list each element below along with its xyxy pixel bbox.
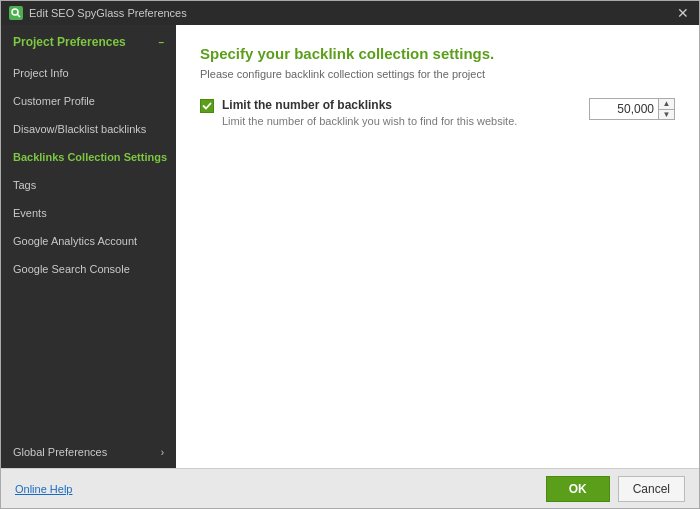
footer-buttons: OK Cancel xyxy=(546,476,685,502)
close-button[interactable]: ✕ xyxy=(675,6,691,20)
spinner-buttons: ▲ ▼ xyxy=(659,98,675,120)
svg-point-0 xyxy=(12,9,18,15)
title-bar-left: Edit SEO SpyGlass Preferences xyxy=(9,6,187,20)
sidebar-item-customer-profile[interactable]: Customer Profile xyxy=(1,87,176,115)
section-subtext: Please configure backlink collection set… xyxy=(200,68,675,80)
spinner-up-button[interactable]: ▲ xyxy=(659,98,675,109)
limit-backlinks-checkbox[interactable] xyxy=(200,99,214,113)
spinner-input-group: ▲ ▼ xyxy=(589,98,675,120)
title-bar: Edit SEO SpyGlass Preferences ✕ xyxy=(1,1,699,25)
sidebar-item-events[interactable]: Events xyxy=(1,199,176,227)
setting-label: Limit the number of backlinks xyxy=(222,98,517,112)
sidebar-item-google-search-console[interactable]: Google Search Console xyxy=(1,255,176,283)
sidebar-item-project-info[interactable]: Project Info xyxy=(1,59,176,87)
app-icon xyxy=(9,6,23,20)
content-area: Project Preferences – Project Info Custo… xyxy=(1,25,699,468)
setting-left: Limit the number of backlinks Limit the … xyxy=(200,98,569,127)
sidebar: Project Preferences – Project Info Custo… xyxy=(1,25,176,468)
main-panel: Specify your backlink collection setting… xyxy=(176,25,699,468)
ok-button[interactable]: OK xyxy=(546,476,610,502)
spinner-down-button[interactable]: ▼ xyxy=(659,109,675,120)
backlinks-limit-input[interactable] xyxy=(589,98,659,120)
footer: Online Help OK Cancel xyxy=(1,468,699,508)
dialog-title: Edit SEO SpyGlass Preferences xyxy=(29,7,187,19)
sidebar-item-global-preferences[interactable]: Global Preferences › xyxy=(1,436,176,468)
checkbox-wrapper xyxy=(200,99,214,113)
sidebar-item-tags[interactable]: Tags xyxy=(1,171,176,199)
sidebar-global-label: Global Preferences xyxy=(13,446,107,458)
sidebar-global-arrow: › xyxy=(161,447,164,458)
sidebar-collapse-arrow: – xyxy=(158,37,164,48)
dialog-window: Edit SEO SpyGlass Preferences ✕ Project … xyxy=(0,0,700,509)
setting-label-group: Limit the number of backlinks Limit the … xyxy=(222,98,517,127)
sidebar-item-google-analytics[interactable]: Google Analytics Account xyxy=(1,227,176,255)
section-heading: Specify your backlink collection setting… xyxy=(200,45,675,62)
cancel-button[interactable]: Cancel xyxy=(618,476,685,502)
sidebar-section-project-preferences[interactable]: Project Preferences – xyxy=(1,25,176,59)
online-help-link[interactable]: Online Help xyxy=(15,483,72,495)
setting-limit-backlinks-row: Limit the number of backlinks Limit the … xyxy=(200,98,675,127)
sidebar-item-disavow-blacklist[interactable]: Disavow/Blacklist backlinks xyxy=(1,115,176,143)
sidebar-item-backlinks-collection[interactable]: Backlinks Collection Settings xyxy=(1,143,176,171)
svg-line-1 xyxy=(18,15,21,18)
sidebar-section-label: Project Preferences xyxy=(13,35,126,49)
setting-description: Limit the number of backlink you wish to… xyxy=(222,115,517,127)
